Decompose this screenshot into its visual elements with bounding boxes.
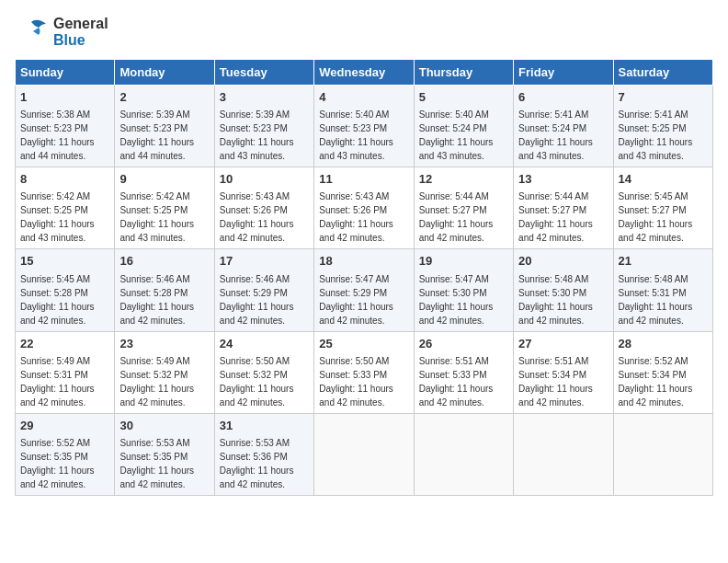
day-number: 9 bbox=[119, 171, 209, 188]
calendar-cell: 15Sunrise: 5:45 AMSunset: 5:28 PMDayligh… bbox=[16, 249, 115, 331]
calendar-cell: 24Sunrise: 5:50 AMSunset: 5:32 PMDayligh… bbox=[214, 331, 313, 413]
day-number: 7 bbox=[619, 89, 708, 106]
calendar-cell: 5Sunrise: 5:40 AMSunset: 5:24 PMDaylight… bbox=[414, 86, 513, 167]
cell-info: Sunrise: 5:48 AMSunset: 5:30 PMDaylight:… bbox=[518, 274, 593, 326]
cell-info: Sunrise: 5:41 AMSunset: 5:25 PMDaylight:… bbox=[619, 109, 693, 161]
calendar-cell: 29Sunrise: 5:52 AMSunset: 5:35 PMDayligh… bbox=[16, 413, 115, 495]
weekday-header: Thursday bbox=[414, 60, 513, 86]
weekday-header-row: SundayMondayTuesdayWednesdayThursdayFrid… bbox=[16, 60, 713, 86]
day-number: 13 bbox=[518, 171, 608, 188]
calendar-week-row: 22Sunrise: 5:49 AMSunset: 5:31 PMDayligh… bbox=[16, 331, 713, 413]
logo-general: General bbox=[53, 16, 108, 32]
calendar-cell: 9Sunrise: 5:42 AMSunset: 5:25 PMDaylight… bbox=[115, 167, 214, 249]
cell-info: Sunrise: 5:45 AMSunset: 5:27 PMDaylight:… bbox=[619, 191, 693, 243]
day-number: 25 bbox=[319, 336, 408, 352]
day-number: 20 bbox=[518, 253, 608, 270]
calendar-cell: 11Sunrise: 5:43 AMSunset: 5:26 PMDayligh… bbox=[314, 167, 414, 249]
calendar-cell: 30Sunrise: 5:53 AMSunset: 5:35 PMDayligh… bbox=[115, 413, 214, 495]
calendar-cell: 4Sunrise: 5:40 AMSunset: 5:23 PMDaylight… bbox=[314, 86, 414, 167]
cell-info: Sunrise: 5:53 AMSunset: 5:36 PMDaylight:… bbox=[220, 438, 294, 489]
cell-info: Sunrise: 5:51 AMSunset: 5:33 PMDaylight:… bbox=[419, 356, 494, 408]
calendar-cell: 12Sunrise: 5:44 AMSunset: 5:27 PMDayligh… bbox=[414, 167, 513, 249]
weekday-header: Friday bbox=[514, 60, 613, 86]
logo-bird-icon bbox=[15, 15, 50, 50]
day-number: 3 bbox=[220, 89, 309, 106]
calendar-cell: 25Sunrise: 5:50 AMSunset: 5:33 PMDayligh… bbox=[314, 331, 414, 413]
cell-info: Sunrise: 5:47 AMSunset: 5:30 PMDaylight:… bbox=[419, 274, 494, 326]
calendar-cell: 1Sunrise: 5:38 AMSunset: 5:23 PMDaylight… bbox=[16, 86, 115, 167]
cell-info: Sunrise: 5:46 AMSunset: 5:29 PMDaylight:… bbox=[220, 274, 294, 326]
page-header: General Blue bbox=[15, 15, 713, 50]
cell-info: Sunrise: 5:46 AMSunset: 5:28 PMDaylight:… bbox=[119, 274, 194, 326]
day-number: 21 bbox=[619, 253, 708, 270]
calendar-cell: 14Sunrise: 5:45 AMSunset: 5:27 PMDayligh… bbox=[613, 167, 712, 249]
day-number: 18 bbox=[319, 253, 408, 270]
weekday-header: Saturday bbox=[613, 60, 712, 86]
calendar-cell: 13Sunrise: 5:44 AMSunset: 5:27 PMDayligh… bbox=[514, 167, 613, 249]
calendar-cell bbox=[314, 413, 414, 495]
cell-info: Sunrise: 5:41 AMSunset: 5:24 PMDaylight:… bbox=[518, 109, 593, 161]
weekday-header: Wednesday bbox=[314, 60, 414, 86]
day-number: 12 bbox=[419, 171, 508, 188]
calendar-cell: 23Sunrise: 5:49 AMSunset: 5:32 PMDayligh… bbox=[115, 331, 214, 413]
weekday-header: Sunday bbox=[16, 60, 115, 86]
cell-info: Sunrise: 5:50 AMSunset: 5:32 PMDaylight:… bbox=[220, 356, 294, 408]
cell-info: Sunrise: 5:42 AMSunset: 5:25 PMDaylight:… bbox=[20, 191, 95, 243]
calendar-cell: 26Sunrise: 5:51 AMSunset: 5:33 PMDayligh… bbox=[414, 331, 513, 413]
day-number: 15 bbox=[20, 253, 109, 270]
day-number: 30 bbox=[119, 418, 209, 434]
calendar-cell: 28Sunrise: 5:52 AMSunset: 5:34 PMDayligh… bbox=[613, 331, 712, 413]
cell-info: Sunrise: 5:49 AMSunset: 5:31 PMDaylight:… bbox=[20, 356, 95, 408]
day-number: 26 bbox=[419, 336, 508, 352]
calendar-cell bbox=[514, 413, 613, 495]
day-number: 19 bbox=[419, 253, 508, 270]
cell-info: Sunrise: 5:52 AMSunset: 5:34 PMDaylight:… bbox=[619, 356, 693, 408]
cell-info: Sunrise: 5:43 AMSunset: 5:26 PMDaylight:… bbox=[220, 191, 294, 243]
calendar-week-row: 15Sunrise: 5:45 AMSunset: 5:28 PMDayligh… bbox=[16, 249, 713, 331]
cell-info: Sunrise: 5:45 AMSunset: 5:28 PMDaylight:… bbox=[20, 274, 95, 326]
cell-info: Sunrise: 5:53 AMSunset: 5:35 PMDaylight:… bbox=[119, 438, 194, 489]
weekday-header: Tuesday bbox=[214, 60, 313, 86]
cell-info: Sunrise: 5:42 AMSunset: 5:25 PMDaylight:… bbox=[119, 191, 194, 243]
day-number: 6 bbox=[518, 89, 608, 106]
calendar-cell: 2Sunrise: 5:39 AMSunset: 5:23 PMDaylight… bbox=[115, 86, 214, 167]
cell-info: Sunrise: 5:51 AMSunset: 5:34 PMDaylight:… bbox=[518, 356, 593, 408]
day-number: 4 bbox=[319, 89, 408, 106]
calendar-cell bbox=[613, 413, 712, 495]
calendar-cell: 17Sunrise: 5:46 AMSunset: 5:29 PMDayligh… bbox=[214, 249, 313, 331]
day-number: 1 bbox=[20, 89, 109, 106]
calendar-cell: 18Sunrise: 5:47 AMSunset: 5:29 PMDayligh… bbox=[314, 249, 414, 331]
day-number: 29 bbox=[20, 418, 109, 434]
weekday-header: Monday bbox=[115, 60, 214, 86]
cell-info: Sunrise: 5:48 AMSunset: 5:31 PMDaylight:… bbox=[619, 274, 693, 326]
calendar-week-row: 1Sunrise: 5:38 AMSunset: 5:23 PMDaylight… bbox=[16, 86, 713, 167]
calendar-cell: 6Sunrise: 5:41 AMSunset: 5:24 PMDaylight… bbox=[514, 86, 613, 167]
calendar-table: SundayMondayTuesdayWednesdayThursdayFrid… bbox=[15, 59, 713, 496]
cell-info: Sunrise: 5:39 AMSunset: 5:23 PMDaylight:… bbox=[220, 109, 294, 161]
cell-info: Sunrise: 5:44 AMSunset: 5:27 PMDaylight:… bbox=[518, 191, 593, 243]
day-number: 10 bbox=[220, 171, 309, 188]
calendar-cell: 10Sunrise: 5:43 AMSunset: 5:26 PMDayligh… bbox=[214, 167, 313, 249]
calendar-cell: 27Sunrise: 5:51 AMSunset: 5:34 PMDayligh… bbox=[514, 331, 613, 413]
day-number: 11 bbox=[319, 171, 408, 188]
logo-blue: Blue bbox=[53, 32, 108, 49]
cell-info: Sunrise: 5:39 AMSunset: 5:23 PMDaylight:… bbox=[119, 109, 194, 161]
day-number: 22 bbox=[20, 336, 109, 352]
day-number: 27 bbox=[518, 336, 608, 352]
calendar-cell: 21Sunrise: 5:48 AMSunset: 5:31 PMDayligh… bbox=[613, 249, 712, 331]
day-number: 5 bbox=[419, 89, 508, 106]
calendar-week-row: 8Sunrise: 5:42 AMSunset: 5:25 PMDaylight… bbox=[16, 167, 713, 249]
calendar-cell: 22Sunrise: 5:49 AMSunset: 5:31 PMDayligh… bbox=[16, 331, 115, 413]
cell-info: Sunrise: 5:52 AMSunset: 5:35 PMDaylight:… bbox=[20, 438, 95, 489]
day-number: 8 bbox=[20, 171, 109, 188]
calendar-cell: 16Sunrise: 5:46 AMSunset: 5:28 PMDayligh… bbox=[115, 249, 214, 331]
logo: General Blue bbox=[15, 15, 108, 50]
day-number: 31 bbox=[220, 418, 309, 434]
calendar-cell: 20Sunrise: 5:48 AMSunset: 5:30 PMDayligh… bbox=[514, 249, 613, 331]
calendar-week-row: 29Sunrise: 5:52 AMSunset: 5:35 PMDayligh… bbox=[16, 413, 713, 495]
day-number: 2 bbox=[119, 89, 209, 106]
cell-info: Sunrise: 5:44 AMSunset: 5:27 PMDaylight:… bbox=[419, 191, 494, 243]
day-number: 28 bbox=[619, 336, 708, 352]
cell-info: Sunrise: 5:43 AMSunset: 5:26 PMDaylight:… bbox=[319, 191, 393, 243]
cell-info: Sunrise: 5:40 AMSunset: 5:24 PMDaylight:… bbox=[419, 109, 494, 161]
